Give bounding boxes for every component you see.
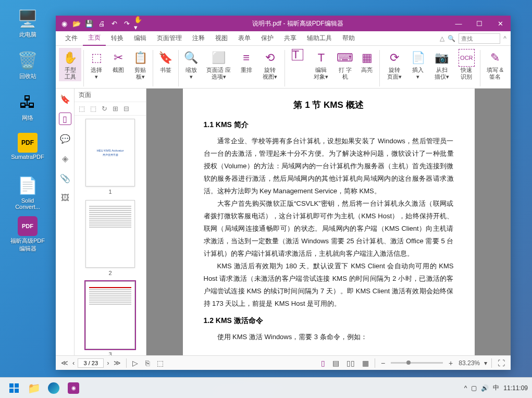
doc-p4: 使用 KMS 激活 Windows，需要 3 条命令，例如： — [204, 331, 454, 343]
tool-reflow[interactable]: ≡重排 — [236, 48, 257, 74]
taskbar: 📁 ◉ ^ ▢ 🔊 中 11:11:09 — [0, 377, 532, 398]
qat-redo-icon[interactable]: ↷ — [121, 18, 132, 29]
tool-scan[interactable]: 📷从扫 描仪▾ — [429, 48, 454, 81]
desktop-icon-sumatra[interactable]: PDFSumatraPDF — [9, 133, 46, 160]
desktop-icon-network[interactable]: 🖧网络 — [9, 91, 46, 122]
tab-comment[interactable]: 注释 — [187, 31, 210, 46]
tray-clock[interactable]: 11:11:09 — [503, 384, 528, 392]
tool-clipboard[interactable]: 📋剪贴 板▾ — [130, 48, 151, 81]
tab-home[interactable]: 主页 — [83, 31, 106, 46]
tool-hand[interactable]: ✋手型 工具 — [59, 48, 81, 81]
thumb-tool4-icon[interactable]: ⊞ — [113, 105, 118, 113]
minimize-button[interactable]: — — [448, 16, 469, 31]
qat-undo-icon[interactable]: ↶ — [109, 18, 119, 29]
nav-comment-icon[interactable]: 💬 — [59, 132, 71, 145]
tool-rotate-view[interactable]: ⟲旋转 视图▾ — [258, 48, 282, 81]
status-copy-icon[interactable]: ⎘ — [144, 359, 151, 367]
tab-view[interactable]: 视图 — [210, 31, 233, 46]
tool-highlight[interactable]: ▦高亮 — [356, 48, 377, 74]
status-back-icon[interactable]: ▷ — [131, 359, 140, 367]
thumb-3[interactable]: 3 — [78, 281, 143, 355]
search-icon[interactable]: 🔍 — [448, 35, 455, 42]
tool-snapshot[interactable]: ✂截图 — [108, 48, 129, 74]
desktop-icon-computer[interactable]: 🖥️此电脑 — [9, 8, 46, 39]
search-input[interactable] — [459, 33, 500, 44]
next-page-icon[interactable]: › — [106, 359, 110, 367]
nav-image-icon[interactable]: 🖼 — [59, 192, 71, 204]
tab-help[interactable]: 帮助 — [337, 31, 360, 46]
close-button[interactable]: ✕ — [490, 16, 511, 31]
zoom-in-icon[interactable]: + — [447, 359, 454, 367]
start-button[interactable] — [4, 379, 24, 397]
first-page-icon[interactable]: ≪ — [60, 359, 69, 367]
tool-select[interactable]: ⬚选择 ▾ — [86, 48, 107, 81]
qat-save-icon[interactable]: 💾 — [84, 18, 94, 29]
qat-hand-icon[interactable]: ✋▾ — [134, 18, 144, 29]
titlebar[interactable]: ◉ 📂 💾 🖨 ↶ ↷ ✋▾ 说明书.pdf - 福昕高级PDF编辑器 — ☐ … — [56, 16, 511, 31]
tool-rotate-page[interactable]: ⟳旋转 页面▾ — [382, 48, 406, 81]
edge-button[interactable] — [44, 379, 64, 397]
prev-page-icon[interactable]: ‹ — [71, 359, 76, 367]
tray-chevron-icon[interactable]: ^ — [464, 384, 467, 392]
tool-fill-sign[interactable]: ✎填写 &签名 — [482, 48, 508, 81]
tool-ocr[interactable]: OCR快速 识别 — [455, 48, 478, 81]
nav-layers-icon[interactable]: ◈ — [59, 152, 71, 165]
page-input[interactable] — [78, 358, 104, 368]
tray-ime[interactable]: 中 — [493, 383, 499, 392]
tool-bookmark[interactable]: 🔖书签 — [155, 48, 176, 74]
thumb-tool2-icon[interactable]: ⬚ — [90, 105, 96, 113]
view-facing-icon[interactable]: ▯▯ — [345, 359, 356, 367]
svg-rect-2 — [9, 389, 14, 393]
zoom-out-icon[interactable]: − — [379, 359, 387, 367]
collapse-ribbon-icon[interactable]: ^ — [503, 35, 506, 42]
explorer-button[interactable]: 📁 — [24, 379, 44, 397]
zoom-value: 83.23% — [459, 359, 480, 367]
qat-open-icon[interactable]: 📂 — [71, 18, 82, 29]
zoom-slider[interactable] — [391, 362, 443, 364]
thumb-tool1-icon[interactable]: ⬚ — [79, 105, 85, 113]
tool-text[interactable]: T — [287, 48, 308, 61]
document-view[interactable]: 第 1 节 KMS 概述 1.1 KMS 简介 通常企业、学校等拥有多台计算机，… — [146, 89, 511, 355]
notify-icon[interactable]: △ — [440, 35, 444, 42]
ribbon-tabs: 文件 主页 转换 编辑 页面管理 注释 视图 表单 保护 共享 辅助工具 帮助 … — [56, 31, 511, 46]
foxit-taskbar-button[interactable]: ◉ — [64, 379, 83, 397]
view-single-icon[interactable]: ▯ — [319, 359, 327, 367]
tool-edit-object[interactable]: T编辑 对象▾ — [309, 48, 333, 81]
nav-pages-icon[interactable]: ▯ — [59, 113, 71, 125]
maximize-button[interactable]: ☐ — [469, 16, 490, 31]
qat-print-icon[interactable]: 🖨 — [96, 18, 107, 29]
tab-page-manage[interactable]: 页面管理 — [152, 31, 187, 46]
thumb-2[interactable]: 2 — [78, 200, 143, 276]
tool-fit[interactable]: ⬜页面适 应选项▾ — [203, 48, 235, 81]
tab-edit[interactable]: 编辑 — [129, 31, 152, 46]
tab-share[interactable]: 共享 — [279, 31, 302, 46]
tool-zoom[interactable]: 🔍缩放 ▾ — [181, 48, 202, 81]
thumb-tool3-icon[interactable]: ↻ — [102, 105, 107, 113]
ribbon: ✋手型 工具 ⬚选择 ▾ ✂截图 📋剪贴 板▾ 🔖书签 🔍缩放 ▾ ⬜页面适 应… — [56, 46, 511, 89]
view-cont-facing-icon[interactable]: ▦ — [361, 359, 370, 367]
tray-network-icon[interactable]: ▢ — [471, 384, 477, 392]
tab-file[interactable]: 文件 — [60, 31, 83, 46]
desktop-icon-solid[interactable]: 📄Solid Convert... — [9, 175, 46, 210]
nav-bookmark-icon[interactable]: 🔖 — [59, 93, 71, 105]
tab-accessibility[interactable]: 辅助工具 — [302, 31, 337, 46]
desktop-icon-foxit[interactable]: PDF福昕高级PDF编辑器 — [9, 216, 46, 253]
nav-attach-icon[interactable]: 📎 — [59, 172, 71, 184]
nav-strip: 🔖 ▯ 💬 ◈ 📎 🖼 — [56, 89, 75, 355]
zoom-dropdown-icon[interactable]: ▾ — [484, 359, 487, 367]
last-page-icon[interactable]: ≫ — [113, 359, 122, 367]
doc-p2: 大客户首先购买微软正版“CSVLK”密钥，然后将一台计算机永久激活（联网或者拨打… — [204, 197, 454, 260]
fullscreen-icon[interactable]: ⛶ — [496, 359, 506, 367]
desktop-icon-recycle[interactable]: 🗑️回收站 — [9, 49, 46, 80]
app-icon[interactable]: ◉ — [59, 18, 69, 29]
tab-protect[interactable]: 保护 — [256, 31, 279, 46]
tool-typewriter[interactable]: ⌨打 字机 — [335, 48, 355, 81]
tab-convert[interactable]: 转换 — [106, 31, 129, 46]
view-cont-icon[interactable]: ▤ — [331, 359, 341, 367]
tray-volume-icon[interactable]: 🔊 — [481, 384, 489, 392]
thumb-1[interactable]: HEU KMS Activator用户使用手册1 — [78, 119, 143, 195]
tab-form[interactable]: 表单 — [233, 31, 256, 46]
tool-insert[interactable]: 📄插入 ▾ — [407, 48, 428, 81]
thumb-tool5-icon[interactable]: ⊟ — [123, 105, 129, 113]
status-view3-icon[interactable]: ⬚ — [155, 359, 165, 367]
